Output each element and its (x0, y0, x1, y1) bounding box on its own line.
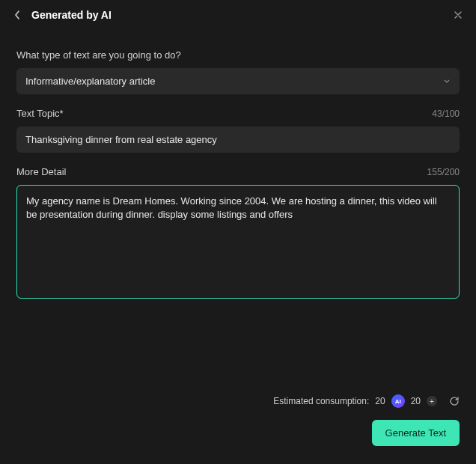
close-icon (454, 10, 463, 19)
consumption-label: Estimated consumption: (273, 396, 369, 406)
modal-title: Generated by AI (31, 9, 112, 21)
topic-input[interactable] (16, 126, 460, 153)
detail-counter: 155/200 (427, 167, 460, 177)
chevron-down-icon (443, 76, 451, 87)
back-button[interactable] (13, 10, 21, 20)
text-type-select[interactable]: Informative/explanatory article (16, 68, 460, 94)
add-credits-button[interactable]: + (427, 396, 437, 406)
modal-header: Generated by AI (0, 0, 476, 30)
text-type-value: Informative/explanatory article (25, 76, 155, 87)
consumption-value: 20 (375, 396, 385, 406)
chevron-left-icon (13, 10, 21, 20)
refresh-button[interactable] (449, 396, 460, 406)
refresh-icon (449, 396, 460, 406)
text-type-label-row: What type of text are you going to do? (16, 49, 460, 61)
topic-label: Text Topic* (16, 108, 64, 119)
detail-textarea[interactable] (16, 185, 460, 299)
ai-badge-icon: AI (391, 394, 405, 408)
detail-label: More Detail (16, 166, 66, 177)
credits-value: 20 (411, 396, 421, 406)
consumption-row: Estimated consumption: 20 AI 20 + (273, 394, 460, 408)
topic-counter: 43/100 (432, 109, 460, 119)
topic-label-row: Text Topic* 43/100 (16, 108, 460, 119)
text-type-label: What type of text are you going to do? (16, 49, 181, 61)
generate-text-button[interactable]: Generate Text (372, 420, 460, 446)
modal-footer: Estimated consumption: 20 AI 20 + Genera… (0, 384, 476, 464)
detail-label-row: More Detail 155/200 (16, 166, 460, 177)
modal-content: What type of text are you going to do? I… (0, 30, 476, 384)
close-button[interactable] (454, 9, 463, 22)
